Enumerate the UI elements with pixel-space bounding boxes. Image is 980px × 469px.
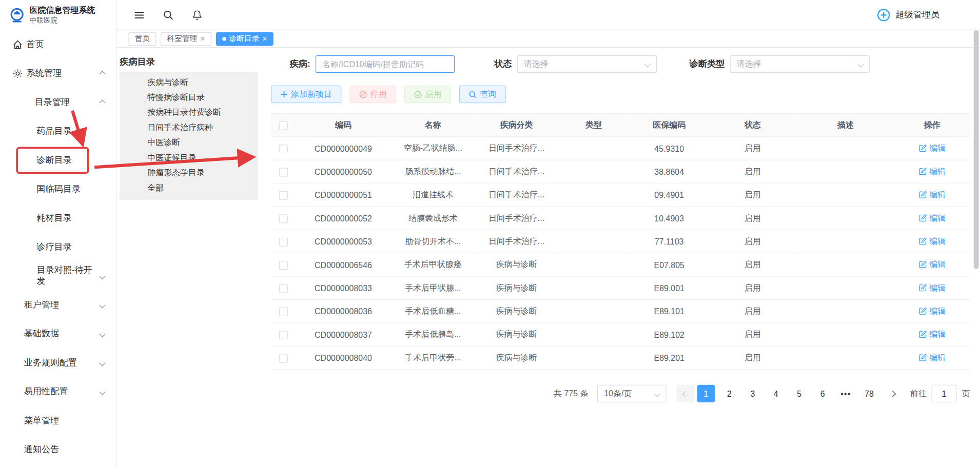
sidebar-item-diagnosis-catalog[interactable]: 诊断目录 xyxy=(0,146,116,175)
category-item[interactable]: 中医诊断 xyxy=(120,135,258,150)
sidebar-item-national-code-catalog[interactable]: 国临码目录 xyxy=(0,175,116,203)
scrollbar[interactable] xyxy=(974,30,979,269)
logo-row: 医院信息管理系统 中联医院 xyxy=(0,0,116,30)
more-pages-button[interactable]: ••• xyxy=(837,389,854,398)
category-item[interactable]: 按病种目录付费诊断 xyxy=(120,105,258,120)
query-button[interactable]: 查询 xyxy=(459,86,506,103)
cell-insurance-code: 45.9310 xyxy=(630,137,709,160)
prev-page-button[interactable] xyxy=(676,385,694,402)
close-icon[interactable]: × xyxy=(262,34,267,43)
cell-name: 泪道挂线术 xyxy=(390,183,476,207)
chevron-down-icon xyxy=(99,331,105,337)
close-icon[interactable]: × xyxy=(200,34,205,43)
table-row: CD0000008036 手术后低血糖... 疾病与诊断 E89.101 启用 … xyxy=(271,299,970,322)
tab-diagnosis-catalog[interactable]: 诊断目录 × xyxy=(216,32,273,46)
edit-icon xyxy=(918,307,927,315)
row-checkbox[interactable] xyxy=(279,214,288,223)
cell-type xyxy=(557,346,630,369)
page-button-5[interactable]: 5 xyxy=(791,385,808,402)
next-page-button[interactable] xyxy=(884,385,901,402)
category-item[interactable]: 肿瘤形态学目录 xyxy=(120,166,258,180)
row-checkbox[interactable] xyxy=(279,308,288,316)
category-item[interactable]: 疾病与诊断 xyxy=(120,75,258,90)
cell-code: CD0000008033 xyxy=(296,276,390,299)
enable-button[interactable]: 启用 xyxy=(404,86,451,103)
sidebar-item-treatment-catalog[interactable]: 诊疗目录 xyxy=(0,233,116,261)
diagnosis-type-select[interactable]: 请选择 xyxy=(730,55,870,73)
sidebar-item-basic-data[interactable]: 基础数据 xyxy=(0,319,116,348)
row-checkbox[interactable] xyxy=(279,261,288,270)
row-checkbox[interactable] xyxy=(279,145,288,153)
row-checkbox[interactable] xyxy=(279,191,288,200)
edit-button[interactable]: 编辑 xyxy=(918,352,946,363)
edit-button[interactable]: 编辑 xyxy=(918,282,946,293)
sidebar-item-drug-catalog[interactable]: 药品目录 xyxy=(0,117,116,146)
sidebar-item-tenant-management[interactable]: 租户管理 xyxy=(0,291,116,319)
sidebar-item-consumable-catalog[interactable]: 耗材目录 xyxy=(0,203,116,232)
row-checkbox[interactable] xyxy=(279,331,288,339)
search-icon[interactable] xyxy=(163,9,174,21)
page-button-1[interactable]: 1 xyxy=(697,385,715,402)
sidebar-item-home[interactable]: 首页 xyxy=(0,30,116,59)
category-item[interactable]: 中医证候目录 xyxy=(120,150,258,165)
edit-label: 编辑 xyxy=(929,142,946,154)
row-checkbox[interactable] xyxy=(279,354,288,362)
sidebar-item-system-management[interactable]: 系统管理 xyxy=(0,59,116,88)
sidebar-item-label: 耗材目录 xyxy=(36,213,72,224)
bell-icon[interactable] xyxy=(191,9,203,21)
page-button-2[interactable]: 2 xyxy=(720,385,738,402)
sidebar-item-catalog-mapping[interactable]: 目录对照-待开发 xyxy=(0,261,116,290)
cell-name: 手术后低胰岛... xyxy=(390,323,476,346)
disease-search-input[interactable] xyxy=(316,55,455,73)
edit-icon xyxy=(918,284,927,292)
page-size-select[interactable]: 10条/页 xyxy=(597,385,667,402)
edit-button[interactable]: 编辑 xyxy=(918,236,946,247)
edit-label: 编辑 xyxy=(929,329,946,340)
select-all-checkbox[interactable] xyxy=(279,121,288,130)
edit-button[interactable]: 编辑 xyxy=(918,305,946,317)
cell-insurance-code: E89.001 xyxy=(630,276,709,299)
cell-category: 疾病与诊断 xyxy=(476,346,558,369)
page-button-4[interactable]: 4 xyxy=(767,385,785,402)
edit-button[interactable]: 编辑 xyxy=(918,166,946,177)
sidebar-item-menu-management[interactable]: 菜单管理 xyxy=(0,406,116,435)
tab-home[interactable]: 首页 xyxy=(128,32,156,46)
page-buttons: 1 2 3 4 5 6 ••• 78 xyxy=(697,385,901,402)
edit-button[interactable]: 编辑 xyxy=(918,259,946,270)
sidebar-item-notice[interactable]: 通知公告 xyxy=(0,435,116,464)
sidebar-item-usability-config[interactable]: 易用性配置 xyxy=(0,377,116,406)
sidebar-item-business-rules[interactable]: 业务规则配置 xyxy=(0,349,116,377)
page-button-6[interactable]: 6 xyxy=(814,385,831,402)
edit-button[interactable]: 编辑 xyxy=(918,189,946,200)
goto-page-input[interactable] xyxy=(931,385,956,402)
row-checkbox[interactable] xyxy=(279,284,288,293)
table-row: CD0000006546 手术后甲状腺瘘 疾病与诊断 E07.805 启用 编辑 xyxy=(271,253,970,276)
app-root: 医院信息管理系统 中联医院 首页 系统管理 目录管理 xyxy=(0,0,980,469)
tab-department-management[interactable]: 科室管理 × xyxy=(161,32,211,46)
row-checkbox[interactable] xyxy=(279,168,288,176)
status-filter-label: 状态 xyxy=(494,58,512,70)
status-select[interactable]: 请选择 xyxy=(517,55,657,73)
table-row: CD0000000050 肠系膜动脉结... 日间手术治疗... 38.8604… xyxy=(271,160,970,183)
row-checkbox[interactable] xyxy=(279,237,288,246)
page-button-last[interactable]: 78 xyxy=(860,385,878,402)
category-item[interactable]: 全部 xyxy=(120,180,258,195)
page-size-value: 10条/页 xyxy=(604,388,632,399)
cell-category: 疾病与诊断 xyxy=(476,323,558,346)
edit-button[interactable]: 编辑 xyxy=(918,329,946,340)
pagination-total: 共 775 条 xyxy=(554,388,588,399)
edit-button[interactable]: 编辑 xyxy=(918,142,946,154)
user-info[interactable]: 超级管理员 xyxy=(877,8,980,22)
diagnosis-table: 编码 名称 疾病分类 类型 医保编码 状态 描述 操作 CD0000000049… xyxy=(271,113,970,370)
category-item[interactable]: 特慢病诊断目录 xyxy=(120,90,258,105)
page-button-3[interactable]: 3 xyxy=(744,385,761,402)
sidebar-item-catalog-management[interactable]: 目录管理 xyxy=(0,88,116,117)
category-item[interactable]: 日间手术治疗病种 xyxy=(120,120,258,135)
sidebar: 医院信息管理系统 中联医院 首页 系统管理 目录管理 xyxy=(0,0,116,469)
menu-toggle-icon[interactable] xyxy=(133,9,145,21)
cell-description xyxy=(797,160,894,183)
sidebar-item-label: 目录对照-待开发 xyxy=(36,264,100,287)
add-item-button[interactable]: 添加新项目 xyxy=(271,86,341,103)
edit-button[interactable]: 编辑 xyxy=(918,212,946,223)
disable-button[interactable]: 停用 xyxy=(349,86,396,103)
